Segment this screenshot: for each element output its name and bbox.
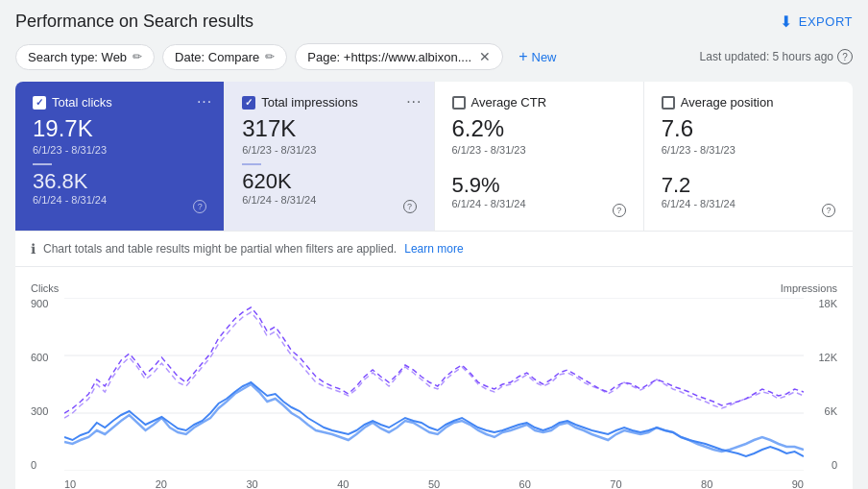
- filter-label: Search type: Web: [28, 50, 127, 64]
- y-left-600: 600: [31, 352, 60, 363]
- filter-label: Date: Compare: [175, 50, 259, 64]
- chart-svg: [64, 298, 804, 471]
- x-label-50: 50: [428, 478, 440, 489]
- metric-date2-total-impressions: 6/1/24 - 8/31/24: [242, 194, 316, 206]
- help-icon[interactable]: ?: [837, 49, 853, 64]
- metrics-row: ✓ Total clicks ··· 19.7K 6/1/23 - 8/31/2…: [15, 82, 853, 232]
- export-button[interactable]: ⬇ EXPORT: [780, 12, 853, 31]
- filter-chip-date[interactable]: Date: Compare ✏: [162, 44, 287, 70]
- y-left-900: 900: [31, 298, 60, 309]
- notice-row: ℹ Chart totals and table results might b…: [15, 232, 853, 267]
- header: Performance on Search results ⬇ EXPORT: [15, 12, 853, 32]
- impressions-2024-line: [64, 312, 804, 418]
- new-filter-button[interactable]: + New: [511, 43, 564, 70]
- y-left-0: 0: [31, 459, 60, 471]
- more-options-icon[interactable]: ···: [197, 93, 212, 110]
- metric-value2-total-clicks: 36.8K: [33, 169, 206, 194]
- chart-wrapper: 900 600 300 0 18K 12K 6K 0: [31, 298, 837, 489]
- plus-icon: +: [518, 48, 527, 65]
- checkbox-total-impressions[interactable]: ✓: [242, 96, 255, 110]
- help-circle-icon[interactable]: ?: [403, 200, 417, 213]
- filter-label: Page: +https://www.albixon....: [307, 50, 471, 64]
- metric-date1-total-impressions: 6/1/23 - 8/31/23: [242, 144, 416, 156]
- help-circle-icon[interactable]: ?: [822, 204, 835, 217]
- metric-value1-average-ctr: 6.2%: [452, 115, 626, 142]
- chart-right-label: Impressions: [781, 282, 837, 294]
- last-updated-text: Last updated: 5 hours ago: [700, 50, 833, 63]
- x-label-30: 30: [246, 478, 257, 489]
- metric-value1-average-position: 7.6: [662, 115, 835, 142]
- y-axis-left: 900 600 300 0: [31, 298, 60, 471]
- metric-date1-average-position: 6/1/23 - 8/31/23: [662, 144, 835, 156]
- y-right-0: 0: [808, 459, 837, 471]
- metric-label-total-impressions: Total impressions: [261, 95, 357, 110]
- impressions-2023-line: [64, 307, 804, 413]
- filter-chip-page[interactable]: Page: +https://www.albixon.... ✕: [295, 43, 503, 70]
- metric-label-average-ctr: Average CTR: [471, 95, 547, 110]
- last-updated: Last updated: 5 hours ago ?: [700, 49, 853, 64]
- page-title: Performance on Search results: [15, 12, 253, 32]
- notice-text: Chart totals and table results might be …: [43, 242, 397, 256]
- chart-left-label: Clicks: [31, 282, 59, 294]
- checkbox-average-ctr[interactable]: [452, 96, 466, 110]
- edit-icon: ✏: [265, 50, 275, 63]
- edit-icon: ✏: [133, 50, 142, 63]
- new-filter-label: New: [532, 50, 557, 64]
- metric-total-impressions[interactable]: ✓ Total impressions ··· 317K 6/1/23 - 8/…: [225, 82, 434, 231]
- y-left-300: 300: [31, 405, 60, 417]
- metric-date1-total-clicks: 6/1/23 - 8/31/23: [33, 144, 206, 156]
- x-axis: 10 20 30 40 50 60 70 80 90: [64, 478, 804, 489]
- learn-more-link[interactable]: Learn more: [404, 242, 463, 256]
- filter-chip-search-type[interactable]: Search type: Web ✏: [15, 44, 155, 70]
- y-right-18k: 18K: [808, 298, 837, 309]
- y-right-6k: 6K: [808, 405, 837, 417]
- checkmark-icon: ✓: [245, 97, 253, 108]
- x-label-90: 90: [792, 478, 804, 489]
- main-card: ✓ Total clicks ··· 19.7K 6/1/23 - 8/31/2…: [15, 82, 853, 489]
- metric-total-clicks[interactable]: ✓ Total clicks ··· 19.7K 6/1/23 - 8/31/2…: [15, 82, 225, 231]
- metric-value2-average-position: 7.2: [662, 173, 835, 198]
- y-right-12k: 12K: [808, 352, 837, 363]
- metric-value1-total-impressions: 317K: [242, 115, 416, 142]
- checkbox-total-clicks[interactable]: ✓: [33, 96, 46, 110]
- metric-value1-total-clicks: 19.7K: [33, 115, 206, 142]
- info-icon: ℹ: [31, 241, 36, 257]
- x-label-40: 40: [337, 478, 349, 489]
- filters-row: Search type: Web ✏ Date: Compare ✏ Page:…: [15, 43, 853, 70]
- download-icon: ⬇: [780, 12, 793, 31]
- metric-divider: [33, 163, 52, 165]
- chart-axis-titles: Clicks Impressions: [31, 282, 837, 298]
- checkbox-average-position[interactable]: [662, 96, 675, 110]
- metric-date1-average-ctr: 6/1/23 - 8/31/23: [452, 144, 626, 156]
- metric-date2-average-position: 6/1/24 - 8/31/24: [662, 198, 735, 209]
- help-circle-icon[interactable]: ?: [613, 204, 626, 217]
- help-circle-icon[interactable]: ?: [193, 200, 206, 213]
- x-label-20: 20: [156, 478, 167, 489]
- metric-value2-total-impressions: 620K: [242, 169, 416, 194]
- metric-date2-total-clicks: 6/1/24 - 8/31/24: [33, 194, 107, 206]
- x-label-10: 10: [64, 478, 76, 489]
- checkmark-icon: ✓: [36, 97, 43, 108]
- x-label-70: 70: [610, 478, 621, 489]
- chart-area: Clicks Impressions 900 600 300 0 18K 12K…: [15, 267, 853, 489]
- metric-label-average-position: Average position: [681, 95, 774, 110]
- metric-value2-average-ctr: 5.9%: [452, 173, 626, 198]
- metric-divider: [242, 163, 261, 165]
- close-icon[interactable]: ✕: [479, 49, 491, 64]
- metric-label-total-clicks: Total clicks: [52, 95, 112, 110]
- y-axis-right: 18K 12K 6K 0: [808, 298, 837, 471]
- export-label: EXPORT: [799, 14, 853, 29]
- metric-average-position[interactable]: Average position 7.6 6/1/23 - 8/31/23 7.…: [644, 82, 853, 231]
- x-label-60: 60: [519, 478, 531, 489]
- main-container: Performance on Search results ⬇ EXPORT S…: [0, 0, 868, 489]
- metric-date2-average-ctr: 6/1/24 - 8/31/24: [452, 198, 526, 209]
- x-label-80: 80: [701, 478, 712, 489]
- chart-svg-container: [64, 298, 804, 471]
- metric-average-ctr[interactable]: Average CTR 6.2% 6/1/23 - 8/31/23 5.9% 6…: [435, 82, 644, 231]
- more-options-icon[interactable]: ···: [406, 93, 422, 110]
